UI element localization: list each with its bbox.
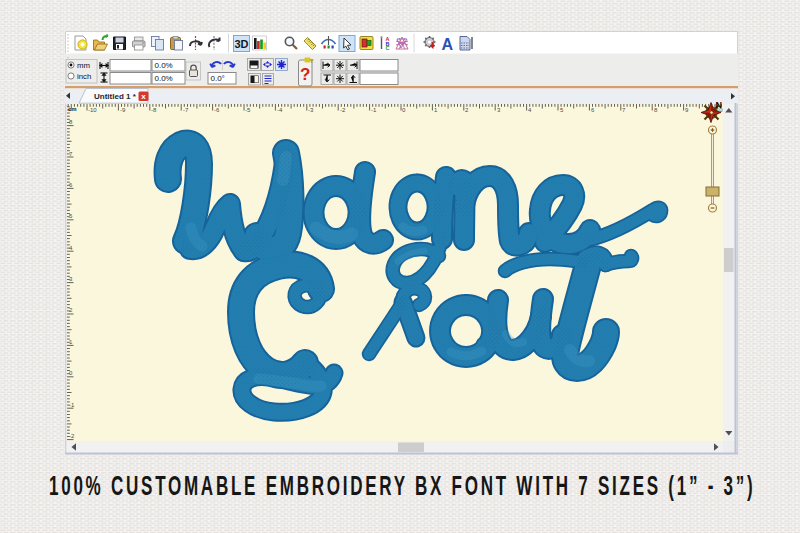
svg-text:-1: -1 xyxy=(69,402,75,408)
svg-text:C: C xyxy=(386,45,390,51)
svg-text:-7: -7 xyxy=(183,107,189,113)
svg-text:N: N xyxy=(716,100,723,110)
svg-text:100% CUSTOMABLE EMBROIDERY BX: 100% CUSTOMABLE EMBROIDERY BX FONT WITH … xyxy=(49,470,753,501)
svg-text:0.0%: 0.0% xyxy=(155,74,173,83)
svg-text:?: ? xyxy=(300,65,310,84)
svg-text:-10: -10 xyxy=(88,107,97,113)
svg-text:-4: -4 xyxy=(277,107,283,113)
svg-text:-2: -2 xyxy=(340,107,346,113)
svg-text:A: A xyxy=(442,36,454,53)
svg-text:-8: -8 xyxy=(151,107,157,113)
svg-text:0.0%: 0.0% xyxy=(155,61,173,70)
svg-text:0.0°: 0.0° xyxy=(211,74,225,83)
svg-text:-2: -2 xyxy=(69,433,75,439)
svg-text:-6: -6 xyxy=(214,107,220,113)
svg-text:inch: inch xyxy=(77,72,91,81)
svg-text:-1: -1 xyxy=(371,107,377,113)
svg-text:cm: cm xyxy=(68,106,77,112)
svg-text:Untitled 1 *: Untitled 1 * xyxy=(94,92,137,101)
svg-text:x: x xyxy=(141,92,146,101)
svg-text:mm: mm xyxy=(77,61,90,70)
svg-text:3D: 3D xyxy=(234,38,248,50)
svg-text:-9: -9 xyxy=(120,107,126,113)
svg-text:-3: -3 xyxy=(308,107,314,113)
svg-text:?: ? xyxy=(310,58,314,64)
svg-text:-5: -5 xyxy=(245,107,251,113)
